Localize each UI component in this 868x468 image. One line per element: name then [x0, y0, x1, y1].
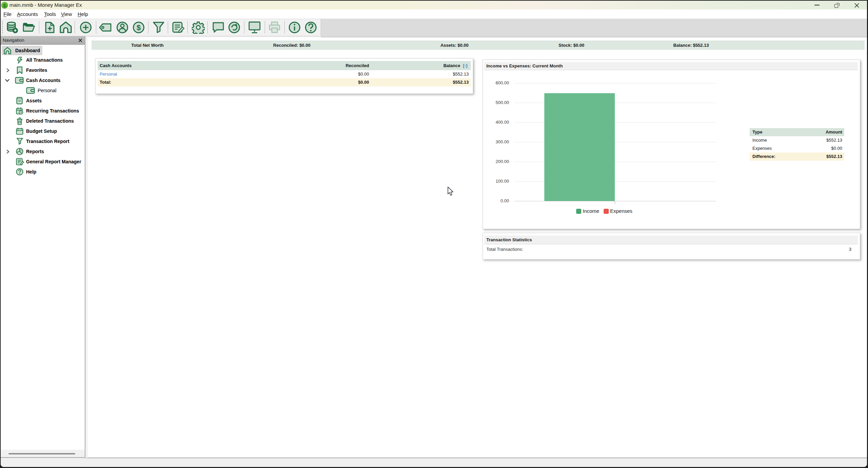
svg-text:$: $: [137, 23, 141, 32]
svg-text:$: $: [3, 3, 6, 8]
